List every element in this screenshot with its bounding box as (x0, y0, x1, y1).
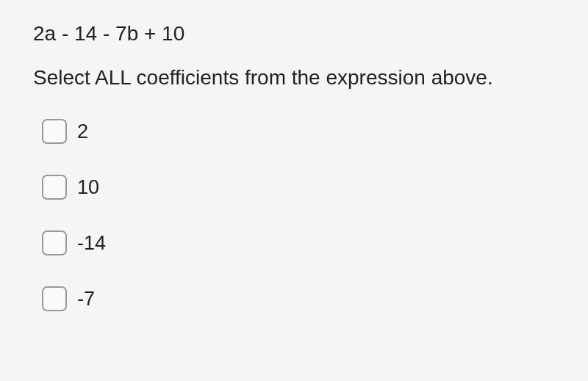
question-text: Select ALL coefficients from the express… (33, 66, 555, 90)
option-label: 10 (77, 176, 99, 199)
option-label: -14 (77, 232, 106, 255)
option-row: 10 (42, 175, 555, 200)
checkbox-option-2[interactable] (42, 231, 67, 255)
checkbox-option-1[interactable] (42, 175, 67, 200)
option-label: 2 (77, 120, 88, 143)
math-expression: 2a - 14 - 7b + 10 (33, 22, 555, 46)
checkbox-option-0[interactable] (42, 119, 67, 144)
option-row: 2 (42, 119, 555, 144)
checkbox-option-3[interactable] (42, 286, 67, 311)
option-label: -7 (77, 288, 95, 311)
options-list: 2 10 -14 -7 (33, 119, 555, 311)
option-row: -7 (42, 286, 555, 311)
option-row: -14 (42, 231, 555, 255)
